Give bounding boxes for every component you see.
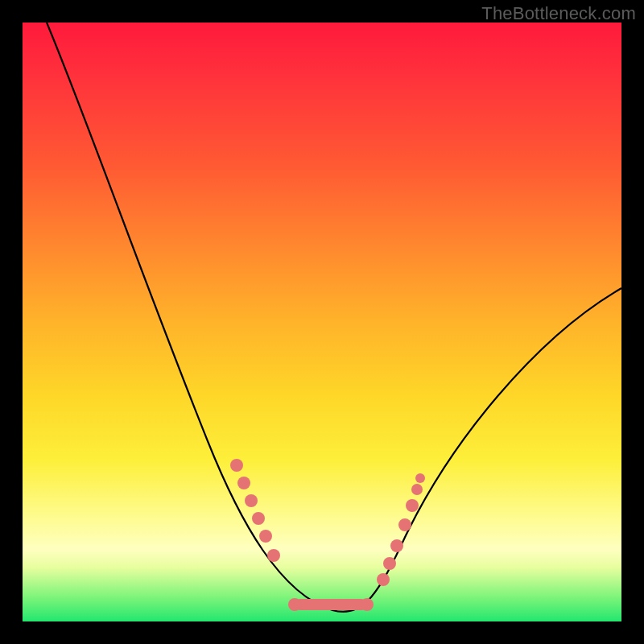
svg-point-12 xyxy=(398,518,411,531)
svg-point-7 xyxy=(288,598,301,611)
svg-point-1 xyxy=(237,477,250,489)
svg-point-14 xyxy=(411,484,423,495)
svg-point-2 xyxy=(245,494,258,507)
svg-point-11 xyxy=(390,539,403,552)
svg-point-8 xyxy=(361,598,374,611)
svg-point-10 xyxy=(383,557,396,570)
svg-point-13 xyxy=(406,499,419,512)
bottleneck-curve xyxy=(47,23,621,612)
svg-rect-6 xyxy=(295,599,367,610)
chart-svg xyxy=(23,23,621,621)
marker-cluster-bottom xyxy=(288,598,374,611)
chart-frame: TheBottleneck.com xyxy=(0,0,644,644)
svg-point-9 xyxy=(377,573,390,586)
plot-area xyxy=(23,23,621,621)
svg-point-4 xyxy=(259,530,272,543)
svg-point-5 xyxy=(267,549,280,562)
svg-point-15 xyxy=(415,473,425,483)
watermark-text: TheBottleneck.com xyxy=(481,3,636,24)
marker-cluster-left xyxy=(230,459,280,562)
svg-point-3 xyxy=(252,512,265,525)
marker-cluster-right xyxy=(377,473,425,586)
svg-point-0 xyxy=(230,459,243,472)
